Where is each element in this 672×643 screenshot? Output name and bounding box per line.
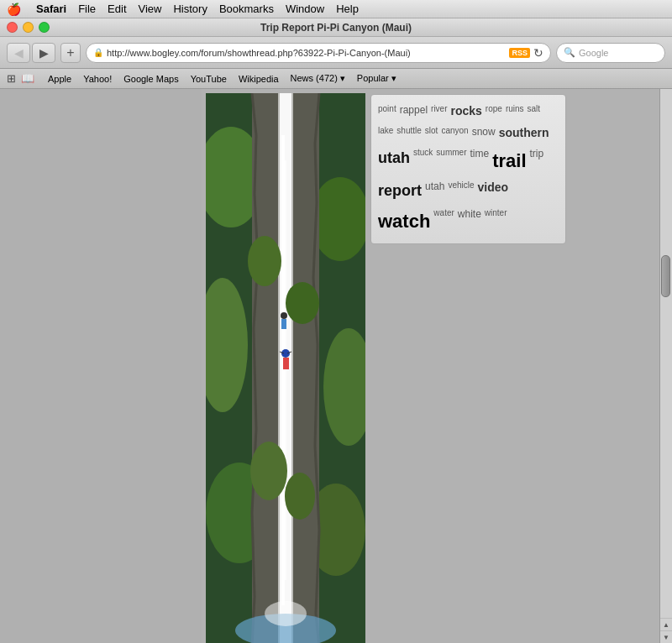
grid-icon[interactable]: ⊞ bbox=[7, 72, 16, 85]
address-text: http://www.bogley.com/forum/showthread.p… bbox=[107, 48, 506, 58]
scroll-arrows: ▲ ▼ bbox=[659, 618, 672, 643]
bm-google-maps[interactable]: Google Maps bbox=[118, 72, 183, 86]
tag-shuttle[interactable]: shuttle bbox=[396, 123, 421, 144]
bookmarks-bar: ⊞ 📖 Apple Yahoo! Google Maps YouTube Wik… bbox=[0, 69, 672, 89]
menu-safari[interactable]: Safari bbox=[36, 3, 66, 15]
forward-button[interactable]: ▶ bbox=[32, 43, 55, 63]
apple-menu[interactable]: 🍎 bbox=[7, 3, 21, 16]
tag-trip[interactable]: trip bbox=[530, 145, 544, 176]
svg-point-18 bbox=[281, 349, 290, 358]
tag-time[interactable]: time bbox=[470, 145, 489, 176]
back-button[interactable]: ◀ bbox=[7, 43, 30, 63]
left-panel bbox=[0, 89, 202, 643]
window-controls bbox=[7, 22, 50, 33]
waterfall-container bbox=[202, 89, 365, 643]
close-button[interactable] bbox=[7, 22, 18, 33]
menu-window[interactable]: Window bbox=[286, 3, 324, 15]
tag-watch[interactable]: watch bbox=[378, 206, 430, 237]
svg-rect-23 bbox=[281, 319, 286, 329]
menu-history[interactable]: History bbox=[173, 3, 207, 15]
scroll-down-arrow[interactable]: ▼ bbox=[660, 630, 673, 643]
address-bar[interactable]: 🔒 http://www.bogley.com/forum/showthread… bbox=[86, 43, 551, 63]
bm-news[interactable]: News (472) ▾ bbox=[286, 71, 350, 86]
window-title: Trip Report Pi-Pi Canyon (Maui) bbox=[260, 22, 412, 34]
content-area: point rappel river rocks rope ruins salt… bbox=[0, 89, 672, 643]
toolbar: ◀ ▶ + 🔒 http://www.bogley.com/forum/show… bbox=[0, 37, 672, 69]
titlebar: Trip Report Pi-Pi Canyon (Maui) bbox=[0, 18, 672, 37]
menu-bookmarks[interactable]: Bookmarks bbox=[219, 3, 274, 15]
tag-report[interactable]: report bbox=[378, 178, 422, 204]
tag-snow[interactable]: snow bbox=[472, 123, 496, 144]
nav-buttons: ◀ ▶ bbox=[7, 43, 55, 63]
bm-youtube[interactable]: YouTube bbox=[186, 72, 232, 86]
svg-rect-13 bbox=[284, 160, 286, 580]
bm-yahoo[interactable]: Yahoo! bbox=[78, 72, 117, 86]
tag-vehicle[interactable]: vehicle bbox=[448, 178, 474, 204]
svg-point-15 bbox=[286, 282, 319, 324]
tag-stuck[interactable]: stuck bbox=[413, 145, 433, 176]
vertical-scrollbar[interactable]: ▲ ▼ bbox=[659, 89, 672, 643]
bookmark-icons: ⊞ 📖 bbox=[7, 72, 34, 85]
tag-rappel[interactable]: rappel bbox=[400, 102, 428, 122]
tag-lake[interactable]: lake bbox=[378, 123, 393, 144]
svg-point-17 bbox=[285, 473, 315, 520]
new-tab-button[interactable]: + bbox=[60, 43, 81, 63]
tag-winter[interactable]: winter bbox=[485, 206, 507, 237]
reader-icon[interactable]: 📖 bbox=[21, 72, 34, 85]
search-bar[interactable]: 🔍 Google bbox=[556, 43, 665, 63]
lock-icon: 🔒 bbox=[93, 48, 103, 57]
scrollbar-thumb[interactable] bbox=[661, 255, 670, 297]
tag-utah[interactable]: utah bbox=[378, 145, 410, 176]
maximize-button[interactable] bbox=[39, 22, 50, 33]
tag-ruins[interactable]: ruins bbox=[506, 102, 524, 122]
svg-point-14 bbox=[248, 236, 281, 286]
tag-southern[interactable]: southern bbox=[499, 123, 549, 144]
menu-help[interactable]: Help bbox=[336, 3, 359, 15]
search-placeholder: Google bbox=[579, 48, 608, 58]
tag-video[interactable]: video bbox=[478, 178, 509, 204]
tag-point[interactable]: point bbox=[378, 102, 396, 122]
menu-file[interactable]: File bbox=[78, 3, 96, 15]
rss-badge[interactable]: RSS bbox=[509, 48, 530, 58]
tag-rocks[interactable]: rocks bbox=[451, 102, 482, 122]
tag-utah2[interactable]: utah bbox=[425, 178, 444, 204]
tag-canyon[interactable]: canyon bbox=[441, 123, 468, 144]
menu-edit[interactable]: Edit bbox=[108, 3, 126, 15]
refresh-button[interactable]: ↻ bbox=[533, 46, 543, 60]
bm-apple[interactable]: Apple bbox=[43, 72, 76, 86]
tag-trail[interactable]: trail bbox=[492, 145, 526, 176]
menubar: 🍎 Safari File Edit View History Bookmark… bbox=[0, 0, 672, 18]
svg-point-22 bbox=[281, 312, 287, 319]
search-icon: 🔍 bbox=[564, 47, 575, 58]
tag-cloud: point rappel river rocks rope ruins salt… bbox=[378, 102, 559, 237]
tag-river[interactable]: river bbox=[431, 102, 447, 122]
tag-slot[interactable]: slot bbox=[425, 123, 438, 144]
bm-wikipedia[interactable]: Wikipedia bbox=[234, 72, 284, 86]
right-panel: point rappel river rocks rope ruins salt… bbox=[365, 89, 571, 643]
scroll-up-arrow[interactable]: ▲ bbox=[660, 618, 673, 630]
bm-popular[interactable]: Popular ▾ bbox=[352, 71, 402, 86]
tag-white[interactable]: white bbox=[458, 206, 481, 237]
tag-cloud-box: point rappel river rocks rope ruins salt… bbox=[370, 94, 566, 244]
waterfall-image bbox=[206, 93, 365, 643]
page-background: point rappel river rocks rope ruins salt… bbox=[202, 89, 672, 643]
svg-rect-19 bbox=[283, 358, 289, 369]
svg-point-16 bbox=[250, 442, 287, 500]
tag-rope[interactable]: rope bbox=[486, 102, 502, 122]
svg-point-25 bbox=[265, 601, 307, 626]
waterfall-svg bbox=[206, 93, 365, 643]
tag-summer[interactable]: summer bbox=[436, 145, 466, 176]
browser-window: Trip Report Pi-Pi Canyon (Maui) ◀ ▶ + 🔒 … bbox=[0, 18, 672, 643]
menu-view[interactable]: View bbox=[139, 3, 162, 15]
minimize-button[interactable] bbox=[23, 22, 34, 33]
page-content: point rappel river rocks rope ruins salt… bbox=[202, 89, 659, 643]
tag-water[interactable]: water bbox=[433, 206, 454, 237]
tag-salt[interactable]: salt bbox=[528, 102, 541, 122]
